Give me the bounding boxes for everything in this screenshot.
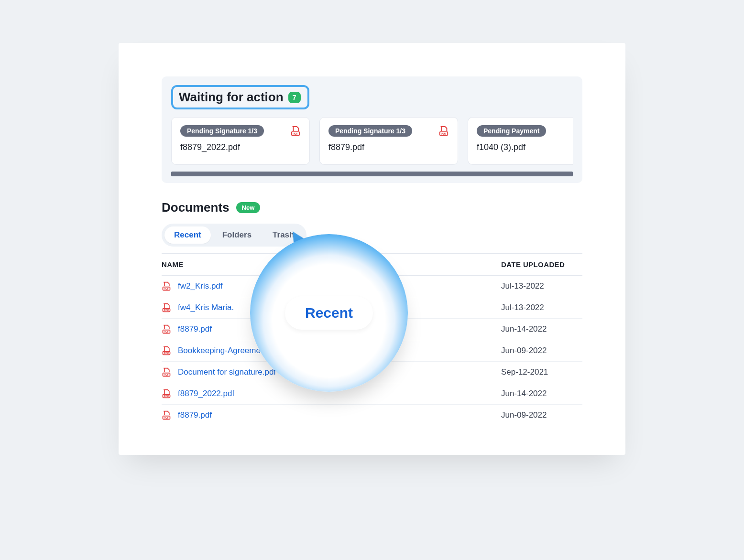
table-row[interactable]: PDFBookkeeping-Agreement.pdfJun-09-2022 [162, 340, 582, 362]
documents-header: Documents New [162, 200, 582, 215]
documents-tabs-wrap: Recent Folders Trash [162, 224, 582, 247]
doc-date: Jul-13-2022 [501, 303, 582, 312]
waiting-card-filename: f8879_2022.pdf [180, 142, 301, 152]
table-row[interactable]: PDFf8879.pdfJun-09-2022 [162, 405, 582, 426]
waiting-for-action-count: 7 [288, 92, 301, 103]
doc-name-link[interactable]: fw2_Kris.pdf [178, 281, 223, 291]
svg-text:PDF: PDF [164, 395, 170, 398]
new-badge: New [236, 202, 261, 213]
status-pill: Pending Signature 1/3 [180, 125, 264, 137]
waiting-cards-scrollbar[interactable] [171, 172, 573, 176]
doc-date: Jun-14-2022 [501, 389, 582, 398]
doc-name-link[interactable]: Bookkeeping-Agreement.pdf [178, 346, 281, 355]
waiting-card-filename: f8879.pdf [328, 142, 449, 152]
tab-trash[interactable]: Trash [263, 226, 304, 244]
pdf-icon: PDF [162, 410, 171, 420]
pdf-icon: PDF [162, 346, 171, 355]
waiting-card[interactable]: Pending Payment PDF f1040 (3).pdf [468, 117, 573, 165]
column-date: DATE UPLOADED [501, 260, 582, 269]
table-row[interactable]: PDFfw2_Kris.pdfJul-13-2022 [162, 276, 582, 297]
doc-name-link[interactable]: f8879_2022.pdf [178, 389, 234, 398]
doc-date: Jun-14-2022 [501, 324, 582, 334]
waiting-card[interactable]: Pending Signature 1/3 PDF f8879.pdf [319, 117, 458, 165]
waiting-card-filename: f1040 (3).pdf [477, 142, 573, 152]
status-pill: Pending Payment [477, 125, 546, 137]
pdf-icon: PDF [162, 367, 171, 377]
pdf-icon: PDF [438, 126, 449, 136]
svg-text:PDF: PDF [164, 373, 170, 376]
doc-name-link[interactable]: f8879.pdf [178, 410, 212, 420]
waiting-for-action-title: Waiting for action [179, 90, 284, 105]
pdf-icon: PDF [162, 389, 171, 398]
table-row[interactable]: PDFDocument for signature.pdfSep-12-2021 [162, 362, 582, 383]
doc-name-cell: PDFf8879.pdf [162, 410, 212, 420]
doc-name-cell: PDFBookkeeping-Agreement.pdf [162, 346, 281, 355]
pdf-icon: PDF [162, 324, 171, 334]
app-panel: Waiting for action 7 Pending Signature 1… [119, 43, 625, 455]
documents-table: NAME DATE UPLOADED PDFfw2_Kris.pdfJul-13… [162, 253, 582, 426]
doc-name-cell: PDFf8879.pdf [162, 324, 212, 334]
doc-name-link[interactable]: f8879.pdf [178, 324, 212, 334]
waiting-for-action-block: Waiting for action 7 Pending Signature 1… [162, 76, 582, 183]
tab-folders[interactable]: Folders [213, 226, 261, 244]
pdf-icon: PDF [162, 281, 171, 291]
waiting-card[interactable]: Pending Signature 1/3 PDF f8879_2022.pdf [171, 117, 310, 165]
pdf-icon: PDF [290, 126, 301, 136]
table-row[interactable]: PDFf8879_2022.pdfJun-14-2022 [162, 383, 582, 405]
doc-date: Jul-13-2022 [501, 281, 582, 291]
doc-date: Jun-09-2022 [501, 410, 582, 420]
doc-name-link[interactable]: fw4_Kris Maria. [178, 303, 234, 312]
waiting-for-action-header[interactable]: Waiting for action 7 [171, 85, 309, 109]
doc-name-cell: PDFfw4_Kris Maria. [162, 303, 234, 312]
doc-name-cell: PDFf8879_2022.pdf [162, 389, 234, 398]
svg-text:PDF: PDF [164, 352, 170, 355]
documents-tabs: Recent Folders Trash [162, 224, 306, 247]
tab-recent[interactable]: Recent [164, 226, 211, 244]
doc-date: Sep-12-2021 [501, 367, 582, 377]
svg-text:PDF: PDF [441, 132, 447, 135]
doc-name-cell: PDFfw2_Kris.pdf [162, 281, 223, 291]
svg-text:PDF: PDF [164, 287, 170, 290]
pdf-icon: PDF [162, 303, 171, 312]
documents-table-head: NAME DATE UPLOADED [162, 253, 582, 276]
column-name: NAME [162, 260, 184, 269]
svg-text:PDF: PDF [293, 132, 298, 135]
table-row[interactable]: PDFf8879.pdfJun-14-2022 [162, 319, 582, 340]
documents-title: Documents [162, 200, 230, 215]
table-row[interactable]: PDFfw4_Kris Maria.Jul-13-2022 [162, 297, 582, 319]
svg-text:PDF: PDF [164, 309, 170, 312]
svg-text:PDF: PDF [164, 330, 170, 333]
svg-text:PDF: PDF [164, 416, 170, 419]
waiting-cards: Pending Signature 1/3 PDF f8879_2022.pdf… [171, 117, 573, 165]
doc-name-link[interactable]: Document for signature.pdf [178, 367, 276, 377]
doc-date: Jun-09-2022 [501, 346, 582, 355]
status-pill: Pending Signature 1/3 [328, 125, 412, 137]
doc-name-cell: PDFDocument for signature.pdf [162, 367, 276, 377]
